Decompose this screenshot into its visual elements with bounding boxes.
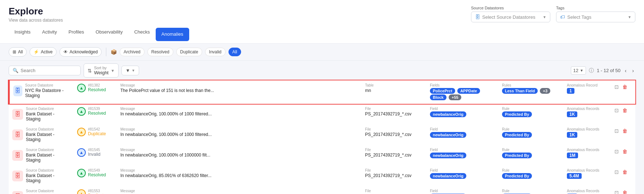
top-controls: Source Datastores 🗄 Select Source Datast… (471, 6, 635, 22)
cell-label: Fields (430, 83, 495, 87)
page-header: Explore View data across datastores (9, 6, 63, 23)
delete-button[interactable]: 🗑 (622, 189, 628, 194)
pagination-info: 12 ▼ ⓘ 1 - 12 of 50 ‹ › (571, 66, 636, 75)
source-datastores-select[interactable]: 🗄 Select Source Datastores ▼ (471, 12, 550, 22)
source-datastores-control: Source Datastores 🗄 Select Source Datast… (471, 6, 550, 22)
message-value: In newbalanceOrig, 100.000% of 1000 filt… (120, 111, 358, 116)
rule-badge: Predicted By (502, 153, 532, 158)
record-count: 5.4M (567, 173, 582, 179)
table-row[interactable]: 🗄 Source Datastore Bank Dataset - Stagin… (9, 145, 635, 166)
source-datastores-label: Source Datastores (471, 6, 550, 10)
tags-label: Tags (556, 6, 635, 10)
table-row[interactable]: 🗄 Source Datastore Bank Dataset - Stagin… (9, 104, 635, 124)
ds-icon-wrapper: 🗄 (12, 171, 23, 181)
cell-label: Field (430, 189, 495, 193)
row-actions: ⊡ 🗑 (614, 107, 632, 114)
database-icon: 🗄 (15, 111, 21, 118)
next-page-button[interactable]: › (631, 67, 635, 74)
tab-anomalies[interactable]: Anomalies (156, 28, 189, 41)
table-container: 🗄 Source Datastore NYC Re Datastore - St… (0, 80, 644, 194)
table-row[interactable]: 🗄 Source Datastore Bank Dataset - Stagin… (9, 186, 635, 194)
table-row[interactable]: 🗄 Source Datastore Bank Dataset - Stagin… (9, 124, 635, 145)
filter-acknowledged[interactable]: 👁 Acknowledged (59, 47, 102, 57)
cell-label: Source Datastore (26, 148, 70, 152)
search-input[interactable] (21, 68, 75, 73)
cell-label: Rule (502, 189, 560, 193)
page-title: Explore (9, 6, 63, 17)
anomaly-id: #81545 (88, 148, 101, 152)
filter-icon: ▼ (125, 68, 130, 73)
filter-all[interactable]: ⊞ All (9, 47, 27, 57)
tab-checks[interactable]: Checks (128, 26, 155, 44)
tab-observability[interactable]: Observability (90, 26, 128, 44)
chip-archived[interactable]: Archived (120, 48, 145, 56)
tag-icon: 🏷 (560, 14, 565, 20)
filter-all-label: All (18, 49, 23, 54)
view-record-button[interactable]: ⊡ (614, 168, 619, 176)
chip-all[interactable]: All (228, 48, 241, 56)
view-record-button[interactable]: ⊡ (614, 189, 619, 194)
filter-acknowledged-label: Acknowledged (70, 49, 98, 54)
filter-button[interactable]: ▼ ▼ (121, 66, 139, 75)
message-value: In newbalanceOrig, 100.000% of 1000000 f… (120, 153, 358, 158)
severity-icon: ▲ (77, 148, 86, 157)
rule-badge: Predicted By (502, 111, 532, 117)
nav-tabs: Insights Activity Profiles Observability… (0, 26, 644, 44)
prev-page-button[interactable]: ‹ (623, 67, 628, 74)
search-box[interactable]: 🔍 (9, 66, 81, 75)
field-badge: newbalanceOrig (430, 173, 466, 179)
view-record-button[interactable]: ⊡ (614, 127, 619, 135)
ds-icon-wrapper: 🗄 (12, 129, 23, 140)
severity-icon: ▲ (77, 128, 86, 136)
row-actions: ⊡ 🗑 (614, 148, 632, 155)
sort-box[interactable]: ⇅ Sort by Weight ▼ (84, 63, 119, 78)
page-size-select[interactable]: 12 ▼ (571, 66, 586, 75)
delete-button[interactable]: 🗑 (622, 107, 628, 114)
delete-button[interactable]: 🗑 (622, 168, 628, 176)
database-icon: 🗄 (15, 88, 21, 94)
cell-label: Rules (502, 83, 560, 87)
cell-label: Anomalous Records (567, 107, 607, 111)
record-count: 1K (567, 132, 577, 138)
field-badge: PolicePrct (430, 88, 455, 94)
grid-icon: ⊞ (13, 49, 16, 54)
tags-select[interactable]: 🏷 Select Tags ▼ (556, 12, 635, 22)
source-datastore-value: NYC Re Datastore - Staging (25, 88, 70, 98)
tab-insights[interactable]: Insights (9, 26, 36, 44)
table-row[interactable]: 🗄 Source Datastore Bank Dataset - Stagin… (9, 166, 635, 186)
row-actions: ⊡ 🗑 (614, 189, 632, 194)
filter-dropdown-arrow: ▼ (132, 69, 135, 72)
record-count: 1K (567, 111, 577, 117)
status-value: Resolved (88, 87, 106, 92)
sort-label: Sort by (94, 66, 108, 70)
chip-invalid[interactable]: Invalid (205, 48, 226, 56)
filter-bar: ⊞ All ⚡ Active 👁 Acknowledged 📦 Archived… (0, 44, 644, 61)
filter-active[interactable]: ⚡ Active (30, 47, 57, 57)
view-record-button[interactable]: ⊡ (614, 107, 619, 114)
cell-label: File (365, 107, 423, 111)
page-size-value: 12 (573, 68, 578, 73)
status-value: Resolved (88, 172, 106, 177)
cell-label: Message (120, 189, 358, 193)
chip-duplicate[interactable]: Duplicate (176, 48, 202, 56)
chip-resolved[interactable]: Resolved (147, 48, 173, 56)
cell-label: Table (365, 83, 423, 87)
delete-button[interactable]: 🗑 (622, 127, 628, 135)
file-value: PS_20174392719_*.csv (365, 173, 423, 178)
tab-profiles[interactable]: Profiles (63, 26, 90, 44)
question-icon: ⓘ (589, 67, 594, 74)
anomaly-id: #81553 (88, 189, 106, 193)
database-icon: 🗄 (15, 173, 21, 179)
cell-label: Field (430, 148, 495, 152)
ds-icon-wrapper: 🗄 (12, 150, 23, 161)
view-record-button[interactable]: ⊡ (614, 83, 619, 91)
cell-label: Source Datastore (25, 83, 70, 87)
delete-button[interactable]: 🗑 (622, 148, 628, 155)
ds-icon-wrapper: 🗄 (12, 191, 23, 194)
anomalies-table: 🗄 Source Datastore NYC Re Datastore - St… (9, 80, 635, 194)
delete-button[interactable]: 🗑 (622, 83, 628, 91)
view-record-button[interactable]: ⊡ (614, 148, 619, 155)
divider (106, 48, 106, 56)
table-row[interactable]: 🗄 Source Datastore NYC Re Datastore - St… (9, 80, 635, 104)
tab-activity[interactable]: Activity (36, 26, 63, 44)
